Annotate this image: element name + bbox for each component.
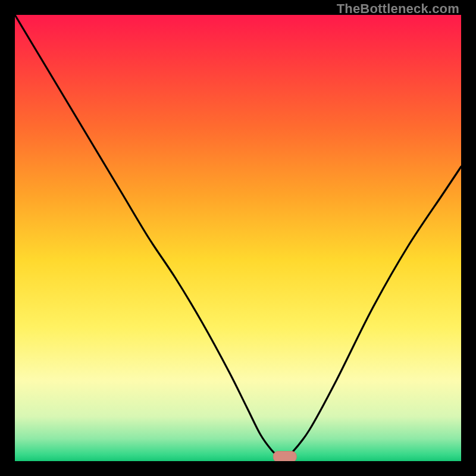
gradient-background — [15, 15, 461, 461]
chart-frame: TheBottleneck.com — [0, 0, 476, 476]
plot-area — [15, 15, 461, 461]
watermark-text: TheBottleneck.com — [337, 1, 459, 17]
optimum-marker — [273, 452, 296, 462]
chart-svg — [15, 15, 461, 461]
